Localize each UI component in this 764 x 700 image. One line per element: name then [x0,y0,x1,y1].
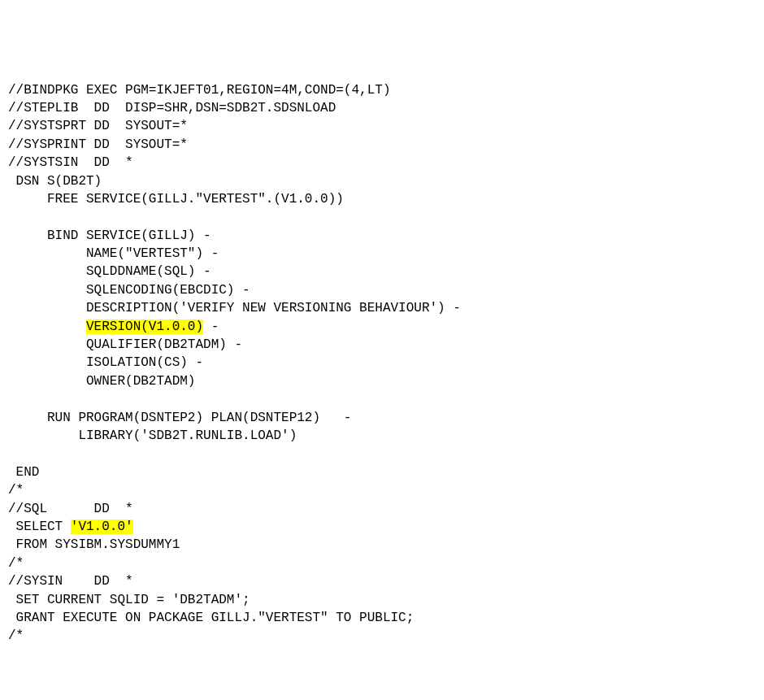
code-line: //SYSIN DD * [8,574,133,589]
code-line: LIBRARY('SDB2T.RUNLIB.LOAD') [8,428,297,443]
code-line: DESCRIPTION('VERIFY NEW VERSIONING BEHAV… [8,301,461,315]
code-line-prefix: SELECT [8,520,71,534]
code-line: /* [8,483,24,498]
code-line: GRANT EXECUTE ON PACKAGE GILLJ."VERTEST"… [8,611,414,625]
code-line: /* [8,556,24,571]
code-line: SQLDDNAME(SQL) - [8,264,211,279]
code-line: END [8,465,39,480]
code-line-prefix [8,320,86,334]
code-line: /* [8,628,24,643]
code-line: //BINDPKG EXEC PGM=IKJEFT01,REGION=4M,CO… [8,83,390,98]
highlighted-version-literal: 'V1.0.0' [71,520,133,534]
code-line: RUN PROGRAM(DSNTEP2) PLAN(DSNTEP12) - [8,411,351,425]
code-line: //SYSTSPRT DD SYSOUT=* [8,119,188,133]
code-line: //SYSTSIN DD * [8,155,133,170]
code-line: //STEPLIB DD DISP=SHR,DSN=SDB2T.SDSNLOAD [8,101,336,115]
code-line: //SYSPRINT DD SYSOUT=* [8,137,188,152]
code-line: ISOLATION(CS) - [8,355,203,370]
code-line-suffix: - [203,320,219,334]
code-line: OWNER(DB2TADM) [8,374,195,389]
code-line: QUALIFIER(DB2TADM) - [8,337,242,352]
code-line: FREE SERVICE(GILLJ."VERTEST".(V1.0.0)) [8,192,344,207]
highlighted-version: VERSION(V1.0.0) [86,320,203,334]
code-line: FROM SYSIBM.SYSDUMMY1 [8,537,180,552]
code-line: SET CURRENT SQLID = 'DB2TADM'; [8,593,250,607]
code-line: BIND SERVICE(GILLJ) - [8,228,211,243]
jcl-code-block: //BINDPKG EXEC PGM=IKJEFT01,REGION=4M,CO… [8,81,756,646]
code-line: SQLENCODING(EBCDIC) - [8,283,250,298]
code-line: //SQL DD * [8,502,133,516]
code-line: DSN S(DB2T) [8,174,102,189]
code-line: NAME("VERTEST") - [8,246,219,261]
